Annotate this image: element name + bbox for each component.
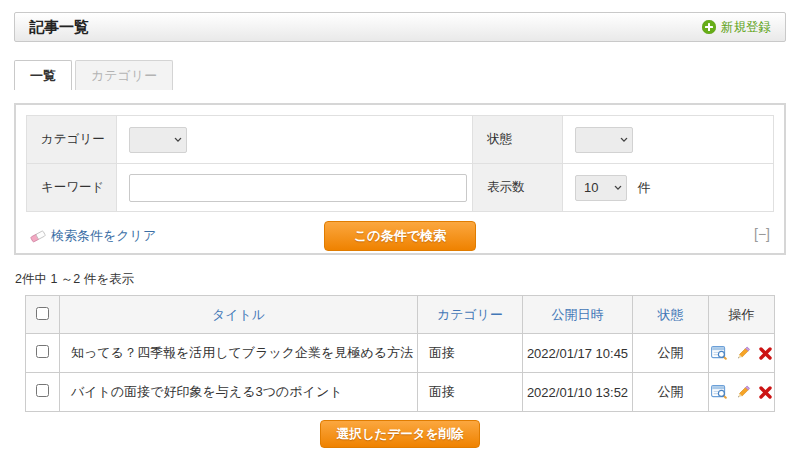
article-title: 知ってる？四季報を活用してブラック企業を見極める方法: [60, 334, 418, 373]
article-table: タイトル カテゴリー 公開日時 状態 操作 知ってる？四季報を活用してブラック企…: [25, 295, 775, 412]
preview-icon[interactable]: [711, 384, 727, 400]
article-status: 公開: [633, 373, 709, 412]
search-actions: 検索条件をクリア この条件で検索 [−]: [28, 221, 772, 253]
category-cell: [117, 116, 473, 164]
status-label: 状態: [473, 116, 563, 164]
category-select[interactable]: [129, 127, 187, 153]
row-checkbox-cell: [26, 334, 60, 373]
pencil-icon[interactable]: [735, 384, 751, 400]
keyword-label: キーワード: [27, 164, 117, 212]
clear-search-label: 検索条件をクリア: [51, 227, 156, 245]
header-category[interactable]: カテゴリー: [418, 296, 523, 334]
select-all-cell: [26, 296, 60, 334]
preview-icon[interactable]: [711, 345, 727, 361]
page-header: 記事一覧 新規登録: [14, 12, 786, 42]
clear-search-link[interactable]: 検索条件をクリア: [30, 227, 156, 245]
tab-category[interactable]: カテゴリー: [75, 60, 173, 90]
per-page-unit: 件: [637, 180, 650, 195]
article-published: 2022/01/10 13:52: [523, 373, 633, 412]
row-checkbox-cell: [26, 373, 60, 412]
table-row: バイトの面接で好印象を与える3つのポイント 面接 2022/01/10 13:5…: [26, 373, 775, 412]
delete-selected-button[interactable]: 選択したデータを削除: [320, 420, 480, 448]
header-actions: 操作: [709, 296, 775, 334]
row-checkbox[interactable]: [36, 345, 49, 358]
table-row: 知ってる？四季報を活用してブラック企業を見極める方法 面接 2022/01/17…: [26, 334, 775, 373]
status-select[interactable]: [575, 127, 633, 153]
article-category: 面接: [418, 373, 523, 412]
per-page-select[interactable]: 10: [575, 175, 627, 201]
search-panel: カテゴリー 状態: [14, 103, 786, 255]
search-form: カテゴリー 状態: [26, 115, 774, 212]
article-category: 面接: [418, 334, 523, 373]
pencil-icon[interactable]: [735, 345, 751, 361]
per-page-cell: 10 件: [563, 164, 774, 212]
new-entry-label: 新規登録: [721, 19, 771, 36]
plus-circle-icon: [702, 20, 716, 34]
page-title: 記事一覧: [29, 18, 89, 37]
row-actions: [709, 373, 775, 412]
table-header-row: タイトル カテゴリー 公開日時 状態 操作: [26, 296, 775, 334]
header-published[interactable]: 公開日時: [523, 296, 633, 334]
per-page-label: 表示数: [473, 164, 563, 212]
result-summary: 2件中 1 ～2 件を表示: [15, 271, 134, 288]
article-title: バイトの面接で好印象を与える3つのポイント: [60, 373, 418, 412]
keyword-input[interactable]: [129, 174, 467, 202]
red-x-icon[interactable]: [759, 386, 772, 399]
select-all-checkbox[interactable]: [36, 307, 49, 320]
eraser-icon: [30, 229, 46, 243]
search-submit-button[interactable]: この条件で検索: [324, 221, 476, 251]
header-status[interactable]: 状態: [633, 296, 709, 334]
row-actions: [709, 334, 775, 373]
article-list-page: 記事一覧 新規登録 一覧 カテゴリー カテゴリー: [0, 0, 800, 460]
row-checkbox[interactable]: [36, 384, 49, 397]
article-status: 公開: [633, 334, 709, 373]
article-published: 2022/01/17 10:45: [523, 334, 633, 373]
keyword-cell: [117, 164, 473, 212]
category-label: カテゴリー: [27, 116, 117, 164]
status-cell: [563, 116, 774, 164]
new-entry-link[interactable]: 新規登録: [702, 19, 771, 36]
red-x-icon[interactable]: [759, 347, 772, 360]
tab-bar: 一覧 カテゴリー: [14, 60, 173, 90]
header-title[interactable]: タイトル: [60, 296, 418, 334]
collapse-toggle[interactable]: [−]: [754, 226, 770, 242]
tab-list[interactable]: 一覧: [14, 60, 72, 90]
